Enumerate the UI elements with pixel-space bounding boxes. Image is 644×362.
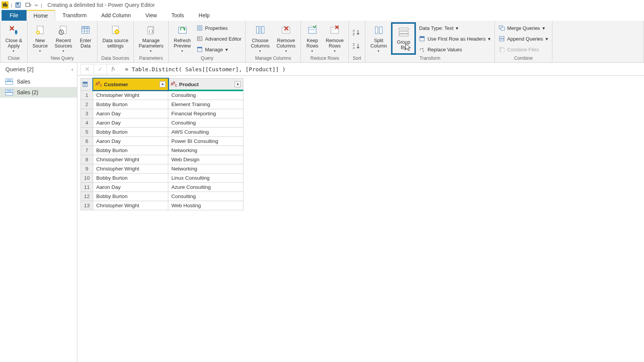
grid-corner[interactable] [81, 79, 93, 91]
cell-customer[interactable]: Christopher Wright [93, 155, 168, 164]
cell-customer[interactable]: Aaron Day [93, 183, 168, 192]
formula-fx-button[interactable]: fx [107, 64, 120, 75]
remove-rows-button[interactable]: Remove Rows▾ [323, 22, 347, 55]
cell-product[interactable]: Financial Reporting [168, 109, 243, 118]
recent-sources-button[interactable]: Recent Sources▾ [52, 22, 75, 55]
row-number[interactable]: 7 [81, 146, 93, 155]
formula-input[interactable]: = Table.Distinct( Sales[[Customer], [Pro… [120, 66, 641, 72]
cell-product[interactable]: Consulting [168, 118, 243, 128]
cell-customer[interactable]: Bobby Burton [93, 128, 168, 137]
replace-icon: 12 [419, 46, 425, 52]
remove-columns-button[interactable]: Remove Columns▾ [274, 22, 298, 55]
append-queries-button[interactable]: Append Queries ▾ [497, 34, 550, 44]
formula-cancel-button[interactable]: ✕ [80, 64, 94, 75]
row-number[interactable]: 12 [81, 192, 93, 201]
query-item-sales[interactable]: Sales [0, 76, 77, 87]
cell-product[interactable]: Consulting [168, 192, 243, 201]
row-number[interactable]: 4 [81, 118, 93, 128]
cell-customer[interactable]: Christopher Wright [93, 90, 168, 100]
data-type-button[interactable]: Data Type: Text ▾ [417, 23, 492, 33]
column-header-product[interactable]: ABC Product ▾ [168, 79, 243, 91]
undo-button[interactable] [24, 1, 32, 9]
table-row[interactable]: 1Christopher WrightConsulting [81, 90, 243, 100]
cell-product[interactable]: Networking [168, 164, 243, 174]
manage-button[interactable]: Manage ▾ [195, 44, 243, 54]
cell-product[interactable]: Web Design [168, 155, 243, 164]
row-number[interactable]: 1 [81, 90, 93, 100]
cell-customer[interactable]: Christopher Wright [93, 201, 168, 210]
tab-file[interactable]: File [2, 10, 26, 21]
row-number[interactable]: 9 [81, 164, 93, 174]
save-button[interactable] [14, 1, 22, 9]
keep-rows-button[interactable]: Keep Rows▾ [303, 22, 322, 55]
filter-dropdown[interactable]: ▾ [235, 81, 241, 87]
cell-product[interactable]: Azure Consulting [168, 183, 243, 192]
table-row[interactable]: 7Bobby BurtonNetworking [81, 146, 243, 155]
merge-queries-button[interactable]: Merge Queries ▾ [497, 23, 550, 33]
group-by-button[interactable]: Group By [394, 24, 413, 53]
table-row[interactable]: 9Christopher WrightNetworking [81, 164, 243, 174]
table-row[interactable]: 11Aaron DayAzure Consulting [81, 183, 243, 192]
row-number[interactable]: 6 [81, 137, 93, 146]
cell-customer[interactable]: Aaron Day [93, 109, 168, 118]
row-number[interactable]: 11 [81, 183, 93, 192]
enter-data-button[interactable]: Enter Data [76, 22, 95, 55]
grid-body: 1Christopher WrightConsulting2Bobby Burt… [81, 90, 243, 210]
row-number[interactable]: 8 [81, 155, 93, 164]
collapse-icon[interactable]: ‹ [71, 66, 73, 72]
table-row[interactable]: 3Aaron DayFinancial Reporting [81, 109, 243, 118]
column-header-customer[interactable]: ABC Customer ▾ [93, 79, 168, 91]
tab-add-column[interactable]: Add Column [94, 10, 138, 21]
choose-columns-button[interactable]: Choose Columns▾ [248, 22, 272, 55]
row-number[interactable]: 3 [81, 109, 93, 118]
tab-home[interactable]: Home [26, 10, 55, 21]
table-row[interactable]: 4Aaron DayConsulting [81, 118, 243, 128]
cell-product[interactable]: Web Hosting [168, 201, 243, 210]
cell-customer[interactable]: Bobby Burton [93, 100, 168, 109]
cell-product[interactable]: Consulting [168, 90, 243, 100]
cell-product[interactable]: AWS Consulting [168, 128, 243, 137]
combine-files-button[interactable]: Combine Files [497, 44, 550, 54]
cell-product[interactable]: Element Training [168, 100, 243, 109]
new-source-button[interactable]: New Source▾ [30, 22, 51, 55]
properties-button[interactable]: Properties [195, 23, 243, 33]
cell-customer[interactable]: Bobby Burton [93, 174, 168, 183]
sort-desc-button[interactable]: ZA [351, 39, 363, 52]
split-column-button[interactable]: Split Column▾ [368, 22, 389, 55]
table-row[interactable]: 2Bobby BurtonElement Training [81, 100, 243, 109]
first-row-headers-button[interactable]: Use First Row as Headers ▾ [417, 34, 492, 44]
tab-view[interactable]: View [138, 10, 164, 21]
row-number[interactable]: 13 [81, 201, 93, 210]
table-row[interactable]: 6Aaron DayPower BI Consulting [81, 137, 243, 146]
query-item-sales-2[interactable]: Sales (2) [0, 87, 77, 98]
cell-customer[interactable]: Aaron Day [93, 137, 168, 146]
table-row[interactable]: 13Christopher WrightWeb Hosting [81, 201, 243, 210]
tab-tools[interactable]: Tools [164, 10, 191, 21]
cell-customer[interactable]: Christopher Wright [93, 164, 168, 174]
filter-dropdown[interactable]: ▾ [159, 81, 166, 87]
row-number[interactable]: 10 [81, 174, 93, 183]
table-row[interactable]: 8Christopher WrightWeb Design [81, 155, 243, 164]
table-row[interactable]: 5Bobby BurtonAWS Consulting [81, 128, 243, 137]
refresh-preview-button[interactable]: Refresh Preview▾ [171, 22, 193, 55]
close-apply-button[interactable]: Close & Apply▾ [3, 22, 25, 55]
cell-customer[interactable]: Aaron Day [93, 118, 168, 128]
cell-customer[interactable]: Bobby Burton [93, 146, 168, 155]
row-number[interactable]: 2 [81, 100, 93, 109]
row-number[interactable]: 5 [81, 128, 93, 137]
cell-customer[interactable]: Bobby Burton [93, 192, 168, 201]
replace-values-button[interactable]: 12Replace Values [417, 44, 492, 54]
table-row[interactable]: 12Bobby BurtonConsulting [81, 192, 243, 201]
table-row[interactable]: 10Bobby BurtonLinux Consulting [81, 174, 243, 183]
tab-transform[interactable]: Transform [55, 10, 94, 21]
formula-commit-button[interactable]: ✓ [94, 64, 107, 75]
cell-product[interactable]: Linux Consulting [168, 174, 243, 183]
cell-product[interactable]: Networking [168, 146, 243, 155]
tab-help[interactable]: Help [191, 10, 217, 21]
data-source-settings-button[interactable]: Data source settings [100, 22, 131, 55]
advanced-editor-button[interactable]: Advanced Editor [195, 34, 243, 44]
sort-asc-button[interactable]: AZ [351, 26, 363, 39]
cell-product[interactable]: Power BI Consulting [168, 137, 243, 146]
group-by-highlight: Group By [391, 22, 416, 55]
manage-parameters-button[interactable]: ( ) Manage Parameters▾ [136, 22, 166, 55]
